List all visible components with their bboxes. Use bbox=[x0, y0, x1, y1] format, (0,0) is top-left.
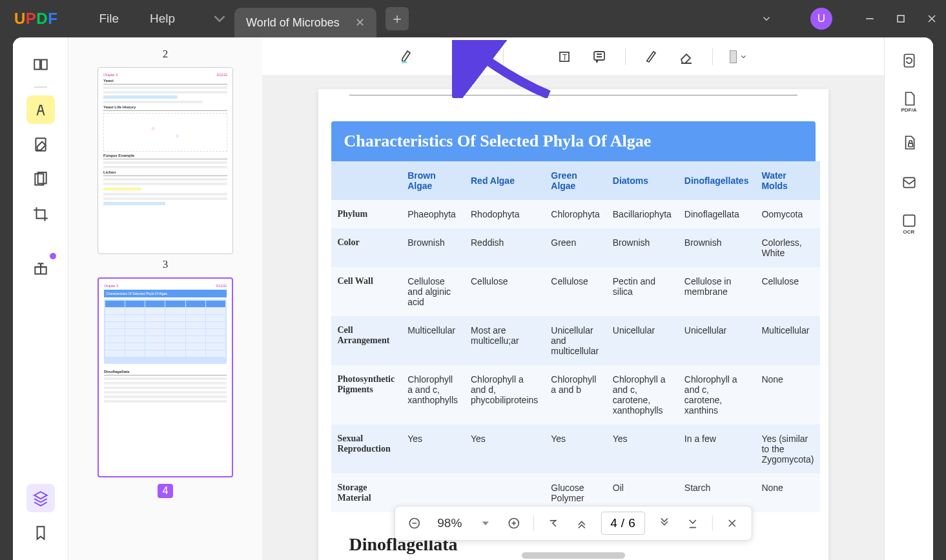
page-navigation-bar: 98% 4 / 6 bbox=[394, 506, 752, 541]
table-cell: Multicellular bbox=[755, 316, 820, 365]
svg-rect-1 bbox=[898, 15, 904, 22]
menu-file[interactable]: File bbox=[99, 12, 119, 26]
page-divider bbox=[349, 89, 797, 95]
table-cell: Reddish bbox=[464, 228, 544, 267]
tab-list-dropdown[interactable] bbox=[210, 9, 229, 28]
sticky-note-tool[interactable] bbox=[590, 48, 608, 66]
maximize-button[interactable] bbox=[894, 12, 907, 25]
table-cell: Cellulose and alginic acid bbox=[401, 267, 464, 316]
table-cell: Cellulose in membrane bbox=[678, 267, 756, 316]
table-cell: Unicellular bbox=[606, 316, 678, 365]
svg-rect-12 bbox=[594, 52, 604, 60]
annotation-toolbar: T bbox=[262, 37, 884, 76]
row-label: Cell Arrangement bbox=[331, 316, 402, 365]
svg-rect-25 bbox=[908, 143, 912, 146]
toolbar-separator bbox=[712, 48, 713, 65]
table-cell: Bacillariophyta bbox=[606, 200, 678, 228]
ocr-button[interactable]: OCR bbox=[899, 212, 920, 235]
gift-button[interactable] bbox=[26, 254, 55, 283]
menu-help[interactable]: Help bbox=[150, 12, 175, 26]
page-indicator[interactable]: 4 / 6 bbox=[601, 512, 644, 535]
table-row: Cell ArrangementMulticellularMost are mu… bbox=[331, 316, 821, 365]
table-cell: Chlorophyll a and c, xanthophylls bbox=[401, 365, 464, 425]
toolbar-separator bbox=[625, 48, 626, 65]
table-cell: Colorless, White bbox=[755, 228, 820, 267]
rotate-export-button[interactable] bbox=[899, 50, 920, 71]
table-cell: Brownish bbox=[678, 228, 756, 267]
table-cell: Yes bbox=[544, 425, 606, 474]
table-cell: Unicellular and multicellular bbox=[544, 316, 606, 365]
table-row: Photosynthetic PigmentsChlorophyll a and… bbox=[331, 365, 821, 425]
zoom-level: 98% bbox=[433, 516, 466, 530]
row-label: Photosynthetic Pigments bbox=[331, 365, 402, 425]
svg-rect-26 bbox=[903, 177, 914, 187]
table-cell: Yes (similar to the Zygomycota) bbox=[755, 425, 820, 474]
bookmark-button[interactable] bbox=[26, 519, 55, 547]
prev-page-button[interactable] bbox=[572, 514, 590, 532]
table-row: PhylumPhaeophytaRhodophytaChlorophytaBac… bbox=[331, 200, 821, 228]
edit-tool-button[interactable] bbox=[26, 130, 55, 159]
table-cell: Chlorophyll a and d, phycobiliproteins bbox=[464, 365, 544, 425]
protect-button[interactable] bbox=[899, 132, 920, 153]
table-cell: Yes bbox=[401, 425, 464, 474]
table-cell: Dinoflagellata bbox=[678, 200, 756, 228]
thumbnail-page-3[interactable]: Chapter 33/12/22 Yeast Yeast Life Histor… bbox=[98, 67, 233, 254]
svg-rect-9 bbox=[402, 61, 407, 63]
thumbnail-page-4[interactable]: Chapter 33/12/22 Characteristics Of Sele… bbox=[98, 277, 233, 477]
workspace: 2 Chapter 33/12/22 Yeast Yeast Life Hist… bbox=[13, 37, 933, 560]
svg-marker-16 bbox=[482, 522, 488, 526]
thumbnail-panel: 2 Chapter 33/12/22 Yeast Yeast Life Hist… bbox=[68, 37, 262, 560]
row-label: Sexual Reproduction bbox=[331, 425, 402, 474]
horizontal-scrollbar[interactable] bbox=[522, 552, 625, 559]
notification-dot-icon bbox=[50, 253, 56, 259]
color-swatch-icon bbox=[730, 50, 737, 63]
document-tab[interactable]: World of Microbes ✕ bbox=[234, 8, 376, 37]
table-cell: Cellulose bbox=[755, 267, 820, 316]
row-label: Phylum bbox=[331, 200, 402, 228]
svg-rect-27 bbox=[903, 215, 914, 226]
pencil-tool[interactable] bbox=[643, 48, 661, 66]
text-callout-tool[interactable]: T bbox=[555, 48, 573, 66]
table-title: Characteristics Of Selected Phyla Of Alg… bbox=[331, 121, 816, 161]
first-page-button[interactable] bbox=[544, 514, 562, 532]
svg-text:T: T bbox=[562, 53, 568, 62]
shape-tool[interactable] bbox=[730, 48, 748, 66]
zoom-dropdown[interactable] bbox=[476, 514, 494, 532]
table-cell: Brownish bbox=[401, 228, 464, 267]
pdfa-button[interactable]: PDF/A bbox=[899, 90, 920, 113]
close-tab-icon[interactable]: ✕ bbox=[355, 15, 365, 30]
highlighter-tool[interactable] bbox=[398, 48, 416, 66]
thumbnails-panel-button[interactable] bbox=[26, 484, 55, 512]
table-cell: Phaeophyta bbox=[401, 200, 464, 228]
minimize-button[interactable] bbox=[863, 12, 876, 25]
table-row: Cell WallCellulose and alginic acidCellu… bbox=[331, 267, 821, 316]
organize-pages-button[interactable] bbox=[26, 165, 55, 194]
reader-mode-button[interactable] bbox=[26, 50, 55, 79]
zoom-out-button[interactable] bbox=[405, 514, 423, 532]
new-tab-button[interactable]: ＋ New Tab bbox=[386, 7, 409, 30]
close-nav-button[interactable] bbox=[723, 514, 741, 532]
table-cell: Yes bbox=[464, 425, 544, 474]
table-cell: Pectin and silica bbox=[606, 267, 678, 316]
table-cell: Chlorophyll a and b bbox=[544, 365, 606, 425]
table-cell: Cellulose bbox=[544, 267, 606, 316]
next-page-button[interactable] bbox=[655, 514, 674, 532]
comment-tool-button[interactable] bbox=[26, 95, 55, 124]
right-sidebar: PDF/A OCR bbox=[884, 37, 933, 560]
crop-tool-button[interactable] bbox=[26, 200, 55, 228]
close-window-button[interactable] bbox=[925, 12, 938, 25]
table-cell: Unicellular bbox=[678, 316, 756, 365]
zoom-in-button[interactable] bbox=[504, 514, 522, 532]
table-cell: Chlorophyta bbox=[544, 200, 606, 228]
window-dropdown-icon[interactable] bbox=[760, 12, 773, 25]
user-avatar[interactable]: U bbox=[810, 8, 832, 30]
thumb-page-number: 3 bbox=[88, 258, 243, 271]
table-cell: Cellulose bbox=[464, 267, 544, 316]
document-page: Characteristics Of Selected Phyla Of Alg… bbox=[318, 89, 828, 560]
left-sidebar bbox=[13, 37, 68, 560]
table-cell: None bbox=[755, 474, 820, 512]
last-page-button[interactable] bbox=[684, 514, 702, 532]
eraser-tool[interactable] bbox=[677, 48, 695, 66]
share-button[interactable] bbox=[899, 172, 920, 193]
table-cell: Oomycota bbox=[755, 200, 820, 228]
